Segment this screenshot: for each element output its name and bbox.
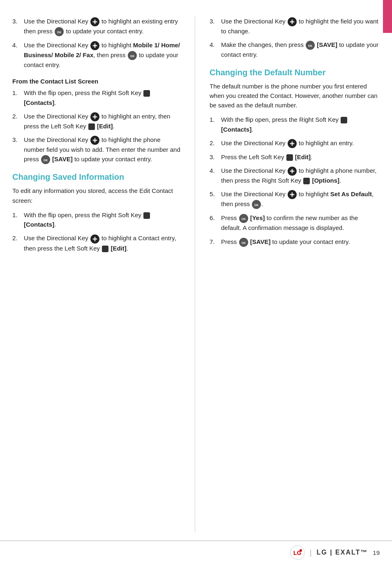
step-content: Make the changes, then press OK [SAVE] t…: [221, 40, 380, 59]
soft-key-icon: [303, 178, 310, 184]
content-area: 3. Use the Directional Key to highlight …: [0, 0, 392, 541]
step-content: With the flip open, press the Right Soft…: [24, 210, 182, 230]
lg-logo-icon: LG: [290, 545, 305, 560]
bold-label: [Edit]: [111, 245, 126, 252]
svg-rect-39: [102, 246, 108, 252]
step-content: Use the Directional Key to highlight an …: [221, 138, 380, 148]
soft-key-icon: [286, 154, 293, 161]
ok-key-icon: OK: [306, 41, 315, 50]
soft-key-icon: [143, 90, 150, 97]
directional-key-icon: [90, 41, 99, 50]
step-number: 2.: [12, 111, 24, 121]
step-content: Use the Directional Key to highlight Mob…: [24, 40, 182, 70]
step-content: Use the Directional Key to highlight an …: [24, 16, 182, 36]
svg-point-22: [94, 116, 96, 118]
svg-point-68: [291, 194, 293, 196]
step-content: Use the Directional Key to highlight a C…: [24, 233, 182, 253]
bold-label: [Contacts]: [24, 99, 54, 106]
directional-key-icon: [288, 139, 297, 148]
list-item: 4. Use the Directional Key to highlight …: [210, 166, 380, 185]
svg-point-38: [94, 238, 96, 240]
bold-label: [SAVE]: [52, 156, 73, 162]
step-number: 6.: [210, 213, 221, 223]
ok-key-icon: OK: [239, 214, 248, 223]
changing-saved-info-intro: To edit any information you stored, acce…: [12, 186, 182, 205]
bold-label: [Contacts]: [24, 221, 54, 228]
ok-key-icon: OK: [41, 155, 50, 164]
bold-label: [Options]: [312, 177, 339, 184]
list-item: 4. Make the changes, then press OK [SAVE…: [210, 40, 380, 59]
svg-rect-23: [89, 124, 95, 130]
list-item: 1. With the flip open, press the Right S…: [210, 115, 380, 134]
svg-point-54: [291, 142, 293, 144]
list-item: 1. With the flip open, press the Right S…: [12, 88, 182, 107]
list-item: 3. Use the Directional Key to highlight …: [12, 135, 182, 164]
directional-key-icon: [288, 190, 297, 199]
page: 3. Use the Directional Key to highlight …: [0, 0, 392, 564]
svg-point-77: [300, 549, 302, 552]
bold-label: [Edit]: [97, 123, 113, 130]
step-number: 4.: [12, 40, 24, 50]
list-item: 1. With the flip open, press the Right S…: [12, 210, 182, 230]
directional-key-icon: [90, 17, 99, 26]
svg-rect-48: [341, 117, 347, 123]
step-content: Use the Directional Key to highlight the…: [24, 135, 182, 164]
right-intro-steps: 3. Use the Directional Key to highlight …: [210, 16, 380, 60]
svg-text:OK: OK: [241, 241, 246, 244]
svg-text:OK: OK: [44, 159, 48, 162]
default-number-steps: 1. With the flip open, press the Right S…: [210, 115, 380, 246]
footer: LG | LG | EXALT™ 19: [0, 541, 392, 564]
list-item: 2. Use the Directional Key to highlight …: [12, 233, 182, 253]
step-content: Use the Directional Key to highlight an …: [24, 111, 182, 131]
svg-point-5: [94, 21, 96, 23]
bold-label: [SAVE]: [250, 238, 271, 245]
step-number: 2.: [210, 138, 221, 148]
svg-point-13: [94, 45, 96, 47]
step-content: Press OK [Yes] to confirm the new number…: [221, 213, 380, 232]
step-number: 1.: [210, 115, 221, 124]
list-item: 3. Use the Directional Key to highlight …: [210, 16, 380, 36]
svg-point-45: [291, 21, 293, 23]
bold-label: [Edit]: [295, 153, 311, 160]
list-item: 6. Press OK [Yes] to confirm the new num…: [210, 213, 380, 232]
list-item: 7. Press OK [SAVE] to update your contac…: [210, 237, 380, 247]
soft-key-icon: [102, 246, 108, 252]
list-item: 3. Use the Directional Key to highlight …: [12, 16, 182, 36]
bold-label: [Contacts]: [221, 126, 251, 133]
list-item: 3. Press the Left Soft Key [Edit].: [210, 152, 380, 162]
footer-logo: LG: [290, 545, 305, 560]
step-number: 4.: [210, 40, 221, 49]
soft-key-icon: [88, 123, 95, 130]
step-content: Press OK [SAVE] to update your contact e…: [221, 237, 380, 247]
list-item: 5. Use the Directional Key to highlight …: [210, 189, 380, 209]
step-number: 1.: [12, 210, 24, 220]
bold-label: [SAVE]: [317, 41, 337, 48]
step-content: Use the Directional Key to highlight Set…: [221, 189, 380, 209]
directional-key-icon: [90, 136, 99, 145]
step-number: 4.: [210, 166, 221, 175]
footer-brand: LG | EXALT™: [316, 549, 368, 556]
step-content: Use the Directional Key to highlight the…: [221, 16, 380, 36]
directional-key-icon: [90, 234, 99, 244]
step-content: With the flip open, press the Right Soft…: [24, 88, 182, 107]
subsection-title: From the Contact List Screen: [12, 78, 182, 85]
step-content: Press the Left Soft Key [Edit].: [221, 152, 380, 162]
ok-key-icon: OK: [128, 51, 137, 60]
step-number: 3.: [12, 16, 24, 26]
step-number: 3.: [12, 135, 24, 144]
list-item: 4. Use the Directional Key to highlight …: [12, 40, 182, 70]
list-item: 2. Use the Directional Key to highlight …: [210, 138, 380, 148]
svg-point-29: [94, 139, 96, 142]
changing-default-number-intro: The default number is the phone number y…: [210, 81, 380, 110]
svg-text:OK: OK: [241, 218, 246, 220]
ok-key-icon: OK: [55, 27, 64, 36]
changing-saved-info-title: Changing Saved Information: [12, 172, 182, 182]
list-item: 2. Use the Directional Key to highlight …: [12, 111, 182, 131]
ok-key-icon: OK: [239, 238, 248, 247]
changing-default-number-title: Changing the Default Number: [210, 68, 380, 77]
step-content: Use the Directional Key to highlight a p…: [221, 166, 380, 185]
svg-text:OK: OK: [57, 31, 62, 34]
step-number: 7.: [210, 237, 221, 246]
step-number: 2.: [12, 233, 24, 243]
contact-list-steps: 1. With the flip open, press the Right S…: [12, 88, 182, 164]
